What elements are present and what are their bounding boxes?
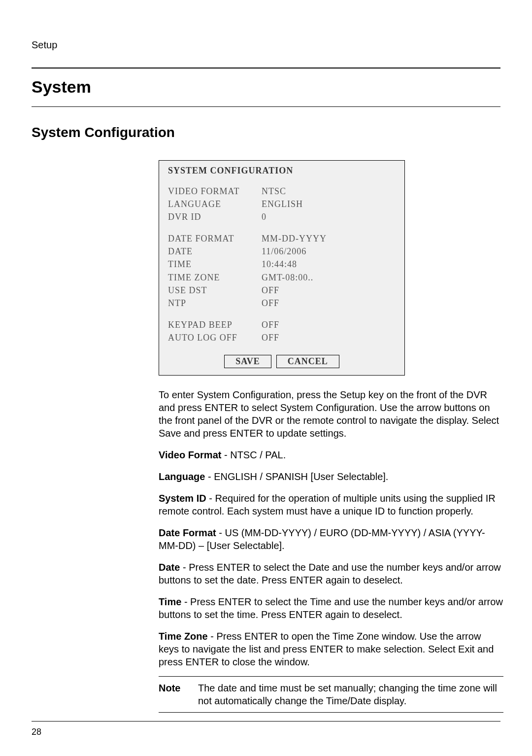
config-label: NTP — [168, 297, 262, 309]
config-row: DATE FORMATMM-DD-YYYY — [168, 232, 396, 245]
config-value: NTSC — [262, 185, 286, 198]
page-title: System — [32, 77, 500, 97]
config-value: GMT-08:00.. — [262, 271, 313, 284]
config-row: USE DSTOFF — [168, 284, 396, 297]
definition-term: Time — [159, 596, 181, 607]
config-row: DVR ID0 — [168, 210, 396, 223]
config-label: DVR ID — [168, 210, 262, 223]
config-value: 0 — [262, 210, 266, 223]
definition-term: Date Format — [159, 527, 216, 538]
config-value: 10:44:48 — [262, 258, 297, 271]
config-row: KEYPAD BEEPOFF — [168, 318, 396, 331]
definition-item: Time - Press ENTER to select the Time an… — [159, 595, 503, 621]
definition-term: Time Zone — [159, 631, 208, 642]
config-label: USE DST — [168, 284, 262, 297]
divider — [159, 712, 503, 713]
config-row: LANGUAGEENGLISH — [168, 198, 396, 210]
definition-item: Video Format - NTSC / PAL. — [159, 448, 503, 461]
definition-term: Video Format — [159, 449, 221, 460]
note-label: Note — [159, 682, 198, 707]
definition-text: - Press ENTER to select the Date and use… — [159, 562, 501, 585]
definition-item: System ID - Required for the operation o… — [159, 492, 503, 517]
definition-item: Date - Press ENTER to select the Date an… — [159, 561, 503, 586]
config-label: TIME — [168, 258, 262, 271]
divider — [32, 106, 500, 107]
definition-term: Language — [159, 471, 205, 482]
definition-item: Language - ENGLISH / SPANISH [User Selec… — [159, 470, 503, 483]
config-value: MM-DD-YYYY — [262, 232, 327, 245]
config-value: OFF — [262, 318, 279, 331]
config-label: DATE FORMAT — [168, 232, 262, 245]
definition-text: - Press ENTER to open the Time Zone wind… — [159, 631, 494, 667]
definition-term: Date — [159, 562, 180, 573]
definition-text: - ENGLISH / SPANISH [User Selectable]. — [205, 471, 388, 482]
system-config-panel: SYSTEM CONFIGURATION VIDEO FORMATNTSC LA… — [159, 160, 405, 376]
config-row: VIDEO FORMATNTSC — [168, 185, 396, 198]
intro-paragraph: To enter System Configuration, press the… — [159, 388, 503, 440]
config-panel-title: SYSTEM CONFIGURATION — [159, 161, 404, 179]
section-title: System Configuration — [32, 125, 500, 140]
config-value: ENGLISH — [262, 198, 303, 210]
config-value: OFF — [262, 284, 279, 297]
config-label: KEYPAD BEEP — [168, 318, 262, 331]
config-button-row: SAVE CANCEL — [159, 347, 404, 375]
definition-text: - Press ENTER to select the Time and use… — [159, 596, 503, 620]
config-value: OFF — [262, 297, 279, 309]
config-value: 11/06/2006 — [262, 245, 306, 258]
config-row: AUTO LOG OFFOFF — [168, 331, 396, 344]
definition-item: Date Format - US (MM-DD-YYYY) / EURO (DD… — [159, 526, 503, 552]
definition-text: - NTSC / PAL. — [221, 449, 286, 460]
cancel-button[interactable]: CANCEL — [276, 355, 339, 368]
config-label: TIME ZONE — [168, 271, 262, 284]
config-label: DATE — [168, 245, 262, 258]
config-row: TIME10:44:48 — [168, 258, 396, 271]
definition-item: Time Zone - Press ENTER to open the Time… — [159, 630, 503, 668]
config-panel-body: VIDEO FORMATNTSC LANGUAGEENGLISH DVR ID0… — [159, 179, 404, 347]
config-row: DATE11/06/2006 — [168, 245, 396, 258]
config-label: AUTO LOG OFF — [168, 331, 262, 344]
definition-text: - Required for the operation of multiple… — [159, 493, 496, 516]
config-row: NTPOFF — [168, 297, 396, 309]
note-block: Note The date and time must be set manua… — [159, 677, 503, 712]
save-button[interactable]: SAVE — [224, 355, 271, 368]
definition-term: System ID — [159, 493, 206, 504]
config-value: OFF — [262, 331, 279, 344]
header-section-label: Setup — [32, 39, 500, 51]
config-row: TIME ZONEGMT-08:00.. — [168, 271, 396, 284]
body-text: To enter System Configuration, press the… — [159, 388, 503, 713]
page-number: 28 — [32, 727, 41, 737]
note-text: The date and time must be set manually; … — [198, 682, 503, 707]
divider — [32, 68, 500, 69]
config-label: VIDEO FORMAT — [168, 185, 262, 198]
config-label: LANGUAGE — [168, 198, 262, 210]
footer-divider — [32, 721, 500, 722]
